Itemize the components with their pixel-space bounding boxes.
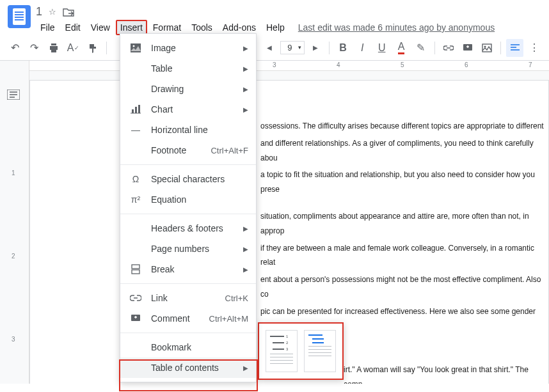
- spellcheck-button[interactable]: A✓: [65, 39, 81, 57]
- insert-footnote[interactable]: Footnote Ctrl+Alt+F: [120, 140, 256, 161]
- chart-icon: [129, 105, 142, 114]
- insert-comment-button[interactable]: [459, 39, 476, 57]
- menu-file[interactable]: File: [36, 20, 60, 35]
- insert-table-of-contents[interactable]: Table of contents ▶: [120, 357, 256, 378]
- ruler-v-tick: 3: [12, 336, 15, 343]
- docs-logo-icon[interactable]: [8, 5, 31, 28]
- insert-menu-dropdown: Image ▶ Table ▶ Drawing ▶ Chart ▶ — Hori…: [120, 33, 257, 382]
- ruler-v-tick: 2: [12, 253, 15, 260]
- title-area: 1 ☆ File Edit View Insert Format Tools A…: [36, 5, 541, 35]
- font-size-increase[interactable]: ▶: [307, 39, 324, 57]
- doc-text[interactable]: situation, compliments about appearance …: [260, 209, 548, 239]
- image-icon: [129, 43, 142, 53]
- doc-text[interactable]: if they are between a male and female wo…: [260, 241, 548, 270]
- insert-image-button[interactable]: [479, 39, 495, 57]
- outline-toggle-icon[interactable]: [3, 84, 24, 106]
- break-icon: [129, 264, 142, 274]
- menu-help[interactable]: Help: [262, 20, 289, 35]
- toolbar: ↶ ↷ A✓ ◀ 9 ▶ B I U A ✎ ⋮: [0, 35, 549, 61]
- svg-rect-8: [138, 105, 140, 113]
- pi-icon: π²: [129, 194, 142, 205]
- menu-view[interactable]: View: [86, 20, 115, 35]
- chevron-right-icon: ▶: [243, 45, 248, 52]
- ruler-v-tick: 1: [12, 169, 15, 176]
- insert-page-numbers[interactable]: Page numbers ▶: [120, 239, 256, 259]
- text-color-button[interactable]: A: [393, 39, 410, 57]
- undo-button[interactable]: ↶: [6, 39, 23, 57]
- comment-icon: [129, 313, 142, 324]
- document-title[interactable]: 1: [36, 5, 42, 19]
- chevron-right-icon: ▶: [243, 106, 248, 113]
- more-toolbar-button[interactable]: ⋮: [526, 39, 543, 57]
- menubar: File Edit View Insert Format Tools Add-o…: [36, 20, 541, 35]
- doc-text[interactable]: and different relationships. As a giver …: [260, 136, 548, 166]
- doc-text[interactable]: ossessions. The difficulty arises becaus…: [260, 119, 548, 134]
- omega-icon: Ω: [129, 174, 142, 184]
- star-icon[interactable]: ☆: [49, 7, 56, 17]
- svg-rect-6: [132, 109, 134, 113]
- redo-button[interactable]: ↷: [26, 39, 42, 57]
- hr-icon: —: [129, 125, 142, 135]
- svg-rect-7: [135, 107, 137, 113]
- toc-style-numbered[interactable]: 1 2 3: [266, 330, 298, 372]
- insert-link[interactable]: Link Ctrl+K: [120, 288, 256, 308]
- highlight-button[interactable]: ✎: [412, 39, 429, 57]
- insert-table[interactable]: Table ▶: [120, 58, 256, 79]
- move-folder-icon[interactable]: [63, 8, 74, 17]
- link-icon: [129, 295, 142, 301]
- italic-button[interactable]: I: [354, 39, 370, 57]
- underline-button[interactable]: U: [373, 39, 390, 57]
- align-left-button[interactable]: [506, 39, 523, 57]
- last-edit-link[interactable]: Last edit was made 6 minutes ago by anon…: [298, 22, 495, 33]
- font-size-input[interactable]: 9: [280, 41, 304, 54]
- insert-break[interactable]: Break ▶: [120, 259, 256, 279]
- header: 1 ☆ File Edit View Insert Format Tools A…: [0, 0, 549, 35]
- chevron-right-icon: ▶: [243, 266, 248, 273]
- svg-rect-9: [132, 265, 139, 269]
- insert-image[interactable]: Image ▶: [120, 38, 256, 58]
- insert-comment[interactable]: Comment Ctrl+Alt+M: [120, 308, 256, 329]
- svg-point-5: [133, 45, 135, 47]
- horizontal-ruler: 3 4 5 6 7: [29, 61, 549, 71]
- toc-submenu: 1 2 3: [258, 322, 344, 380]
- print-button[interactable]: [45, 39, 62, 57]
- insert-bookmark[interactable]: Bookmark: [120, 337, 256, 357]
- insert-equation[interactable]: π² Equation: [120, 189, 256, 210]
- svg-rect-10: [132, 270, 139, 274]
- font-size-decrease[interactable]: ◀: [261, 39, 278, 57]
- bold-button[interactable]: B: [335, 39, 351, 57]
- chevron-right-icon: ▶: [243, 225, 248, 232]
- paint-format-button[interactable]: [84, 39, 100, 57]
- doc-text[interactable]: ent about a person's possessions might n…: [260, 272, 548, 302]
- chevron-right-icon: ▶: [243, 65, 248, 72]
- chevron-right-icon: ▶: [243, 86, 248, 93]
- insert-headers-footers[interactable]: Headers & footers ▶: [120, 218, 256, 239]
- insert-horizontal-line[interactable]: — Horizontal line: [120, 120, 256, 140]
- chevron-right-icon: ▶: [243, 365, 248, 372]
- doc-text[interactable]: a topic to fit the situation and relatio…: [260, 168, 548, 197]
- toc-style-links[interactable]: [304, 330, 336, 372]
- insert-drawing[interactable]: Drawing ▶: [120, 79, 256, 99]
- chevron-right-icon: ▶: [243, 246, 248, 253]
- menu-edit[interactable]: Edit: [61, 20, 85, 35]
- vertical-ruler: 1 2 3: [0, 61, 29, 384]
- insert-link-button[interactable]: [440, 39, 456, 57]
- insert-chart[interactable]: Chart ▶: [120, 99, 256, 120]
- insert-special-characters[interactable]: Ω Special characters: [120, 169, 256, 189]
